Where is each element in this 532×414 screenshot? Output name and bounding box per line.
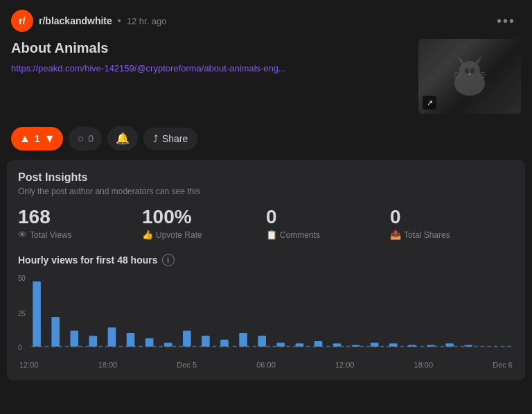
svg-rect-36	[389, 343, 398, 346]
chart-label-1200b: 12:00	[335, 361, 355, 369]
stat-shares-label-row: 📤 Total Shares	[390, 230, 514, 240]
stat-total-views: 168 👁 Total Views	[18, 207, 142, 240]
cat-illustration	[442, 49, 497, 104]
svg-rect-34	[352, 345, 360, 346]
svg-rect-28	[239, 333, 247, 347]
views-icon: 👁	[18, 230, 27, 240]
chart-section: Hourly views for first 48 hours i 50 25 …	[18, 254, 514, 369]
svg-rect-18	[51, 317, 60, 347]
chart-label-dec5: Dec 5	[177, 361, 197, 369]
subreddit-name[interactable]: r/blackandwhite	[39, 15, 112, 26]
insights-card: Post Insights Only the post author and m…	[7, 160, 525, 380]
header-left: r/ r/blackandwhite • 12 hr. ago	[11, 10, 167, 32]
share-label: Share	[162, 133, 188, 144]
comments-button[interactable]: ○ 0	[69, 127, 101, 150]
post-header: r/ r/blackandwhite • 12 hr. ago •••	[0, 0, 532, 39]
downvote-arrow: ▼	[44, 132, 55, 145]
svg-rect-33	[333, 343, 342, 346]
svg-point-5	[470, 68, 475, 74]
svg-rect-27	[220, 340, 229, 347]
post-time: 12 hr. ago	[127, 16, 167, 26]
insights-subtitle: Only the post author and moderators can …	[18, 187, 514, 196]
action-bar: ▲ 1 ▼ ○ 0 🔔 ⤴ Share	[0, 121, 532, 160]
chart-svg: 50 25 0	[18, 275, 514, 358]
svg-rect-30	[276, 343, 285, 346]
svg-rect-21	[108, 327, 116, 346]
svg-rect-29	[258, 336, 266, 346]
stats-row: 168 👁 Total Views 100% 👍 Upvote Rate 0 📋…	[18, 207, 514, 240]
svg-marker-2	[457, 55, 464, 64]
svg-rect-35	[371, 343, 379, 346]
svg-text:25: 25	[18, 309, 26, 318]
vote-button[interactable]: ▲ 1 ▼	[11, 127, 63, 150]
chart-label-1200: 12:00	[19, 361, 39, 369]
share-icon: ⤴	[153, 133, 158, 144]
stat-total-shares: 0 📤 Total Shares	[390, 207, 514, 240]
stat-comments-label-row: 📋 Comments	[266, 230, 390, 240]
external-link-icon[interactable]: ↗	[423, 96, 436, 110]
stat-shares-label: Total Shares	[404, 230, 450, 240]
avatar-initial: r/	[19, 15, 25, 26]
stat-upvote-rate: 100% 👍 Upvote Rate	[142, 207, 266, 240]
stat-shares-value: 0	[390, 207, 514, 227]
subreddit-avatar[interactable]: r/	[11, 10, 33, 32]
svg-text:50: 50	[18, 275, 26, 282]
chart-label-1800: 18:00	[98, 361, 118, 369]
svg-marker-3	[475, 55, 482, 64]
svg-text:0: 0	[18, 344, 22, 352]
upvote-arrow: ▲	[19, 132, 30, 145]
comments-stat-icon: 📋	[266, 230, 277, 240]
svg-rect-19	[70, 331, 78, 347]
chart-label-1800b: 18:00	[414, 361, 434, 369]
upvote-rate-icon: 👍	[142, 230, 153, 240]
svg-rect-38	[427, 345, 435, 346]
stat-views-label: Total Views	[30, 230, 71, 240]
stat-views-value: 168	[18, 207, 142, 227]
share-button[interactable]: ⤴ Share	[143, 128, 197, 150]
vote-count: 1	[35, 133, 40, 144]
stat-upvote-label-row: 👍 Upvote Rate	[142, 230, 266, 240]
chart-title-row: Hourly views for first 48 hours i	[18, 254, 514, 266]
stat-comments-value: 0	[266, 207, 390, 227]
svg-point-1	[459, 61, 480, 80]
post-link[interactable]: https://peakd.com/hive-142159/@cryptoref…	[11, 62, 410, 75]
chart-container: 50 25 0	[18, 275, 514, 358]
stat-views-label-row: 👁 Total Views	[18, 230, 142, 240]
post-content: About Animals https://peakd.com/hive-142…	[0, 39, 532, 121]
svg-rect-24	[164, 343, 172, 346]
post-thumbnail[interactable]: ↗	[418, 39, 521, 114]
insights-title: Post Insights	[18, 171, 514, 184]
chart-x-labels: 12:00 18:00 Dec 5 06:00 12:00 18:00 Dec …	[18, 361, 514, 369]
svg-rect-17	[33, 282, 41, 347]
dot-separator: •	[118, 15, 121, 26]
svg-rect-39	[445, 343, 454, 346]
svg-point-6	[468, 74, 471, 76]
comments-count: 0	[88, 133, 94, 144]
more-options-button[interactable]: •••	[491, 10, 521, 32]
post-text-area: About Animals https://peakd.com/hive-142…	[11, 39, 418, 75]
chart-title: Hourly views for first 48 hours	[18, 255, 158, 266]
bell-icon: 🔔	[116, 132, 130, 145]
info-icon[interactable]: i	[162, 254, 175, 266]
svg-rect-23	[145, 338, 154, 347]
svg-rect-37	[408, 345, 416, 346]
svg-rect-22	[127, 333, 135, 347]
chart-label-dec6: Dec 6	[493, 361, 513, 369]
post-title: About Animals	[11, 39, 410, 57]
comment-icon: ○	[77, 132, 84, 145]
stat-upvote-value: 100%	[142, 207, 266, 227]
svg-rect-40	[464, 345, 472, 346]
svg-rect-25	[183, 331, 191, 347]
bell-button[interactable]: 🔔	[107, 126, 138, 150]
svg-rect-26	[202, 336, 210, 346]
stat-upvote-label: Upvote Rate	[156, 230, 202, 240]
stat-comments-label: Comments	[280, 230, 320, 240]
shares-icon: 📤	[390, 230, 401, 240]
svg-rect-20	[89, 336, 98, 346]
svg-rect-31	[296, 343, 304, 346]
stat-comments: 0 📋 Comments	[266, 207, 390, 240]
svg-rect-32	[314, 341, 323, 347]
svg-point-4	[465, 68, 469, 74]
chart-label-0600: 06:00	[256, 361, 276, 369]
